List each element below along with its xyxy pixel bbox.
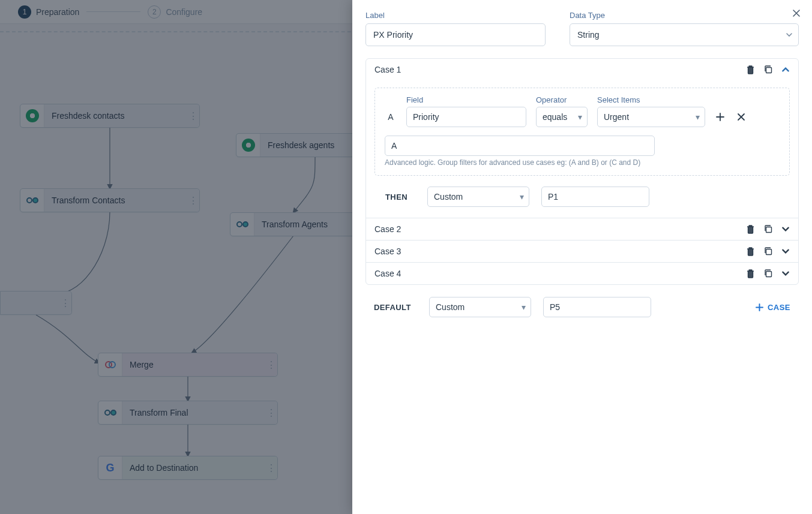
label-field-label: Label	[365, 11, 546, 20]
rule-field-input[interactable]	[406, 107, 526, 127]
delete-icon[interactable]	[746, 247, 755, 256]
case-header-3[interactable]: Case 3	[366, 241, 798, 262]
plus-icon	[755, 303, 764, 312]
chevron-down-icon[interactable]	[781, 269, 790, 278]
caret-down-icon: ▾	[696, 112, 700, 122]
case-body-1: A Field Operator equals ▾ Select Items	[366, 80, 798, 218]
chevron-up-icon[interactable]	[781, 65, 790, 74]
svg-rect-0	[766, 68, 772, 73]
copy-icon[interactable]	[763, 224, 773, 234]
svg-rect-1	[766, 227, 772, 233]
svg-rect-2	[766, 250, 772, 255]
rules-container: A Field Operator equals ▾ Select Items	[374, 88, 790, 176]
chevron-down-icon[interactable]	[781, 225, 790, 233]
case-title: Case 1	[374, 65, 401, 74]
then-label: THEN	[385, 193, 415, 202]
datatype-field-label: Data Type	[570, 11, 799, 20]
case-title: Case 3	[374, 247, 401, 256]
case-title: Case 2	[374, 224, 401, 234]
case-list: Case 1 A Field	[365, 58, 799, 285]
rule-operator-select[interactable]: equals ▾	[536, 107, 588, 127]
delete-icon[interactable]	[746, 65, 755, 74]
then-value-input[interactable]	[541, 187, 649, 207]
rule-letter: A	[385, 112, 397, 127]
datatype-select[interactable]: String	[570, 23, 799, 46]
svg-rect-3	[766, 272, 772, 277]
copy-icon[interactable]	[763, 65, 773, 74]
default-type-value: Custom	[436, 302, 465, 312]
chevron-down-icon[interactable]	[781, 247, 790, 256]
add-case-label: CASE	[768, 303, 790, 312]
case-header-2[interactable]: Case 2	[366, 218, 798, 240]
add-case-button[interactable]: CASE	[755, 303, 790, 312]
caret-down-icon: ▾	[578, 112, 582, 122]
case-title: Case 4	[374, 269, 401, 278]
add-rule-icon[interactable]	[715, 112, 726, 122]
remove-rule-icon[interactable]	[736, 112, 746, 122]
copy-icon[interactable]	[763, 269, 773, 278]
rule-select-label: Select Items	[597, 95, 705, 104]
rule-operator-value: equals	[543, 112, 567, 122]
case-config-panel: Label Data Type String Case 1	[352, 0, 812, 514]
datatype-value: String	[570, 23, 799, 46]
case-header-4[interactable]: Case 4	[366, 263, 798, 284]
default-value-input[interactable]	[543, 297, 651, 317]
then-type-value: Custom	[434, 192, 463, 202]
advanced-logic-help: Advanced logic. Group filters for advanc…	[385, 158, 780, 167]
rule-select-items[interactable]: Urgent ▾	[597, 107, 705, 127]
delete-icon[interactable]	[746, 224, 755, 234]
delete-icon[interactable]	[746, 269, 755, 278]
then-type-select[interactable]: Custom ▾	[427, 187, 529, 207]
label-input[interactable]	[365, 23, 546, 46]
copy-icon[interactable]	[763, 247, 773, 256]
rule-select-value: Urgent	[604, 112, 629, 122]
case-header-1[interactable]: Case 1	[366, 59, 798, 80]
caret-down-icon: ▾	[522, 302, 526, 312]
default-type-select[interactable]: Custom ▾	[429, 297, 531, 317]
caret-down-icon: ▾	[520, 192, 524, 202]
close-icon[interactable]	[792, 8, 801, 18]
default-label: DEFAULT	[374, 303, 417, 312]
rule-operator-label: Operator	[536, 95, 588, 104]
rule-field-label: Field	[406, 95, 526, 104]
advanced-logic-input[interactable]	[385, 136, 655, 156]
